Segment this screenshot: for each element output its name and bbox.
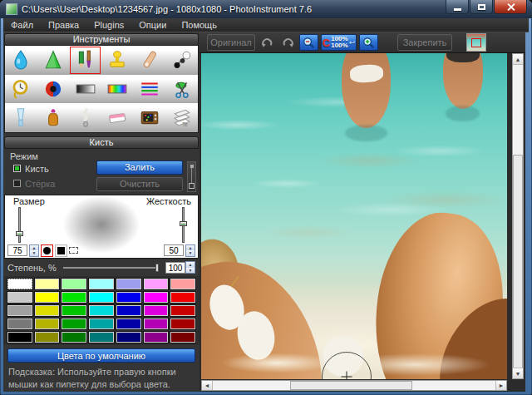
tool-color-lines-icon[interactable] (134, 75, 166, 104)
color-swatch-5[interactable] (144, 279, 169, 289)
vertical-scroll-thumb[interactable] (513, 155, 523, 368)
color-swatch-15[interactable] (35, 305, 60, 316)
brush-shape-circle[interactable] (41, 244, 53, 257)
color-swatch-6[interactable] (170, 279, 195, 289)
brush-shape-square[interactable] (55, 244, 67, 257)
tool-rainbow-gradient-icon[interactable] (101, 75, 134, 104)
close-button[interactable] (494, 0, 527, 14)
size-slider-thumb[interactable] (16, 231, 23, 236)
color-swatch-33[interactable] (144, 332, 169, 343)
maximize-button[interactable] (470, 0, 493, 14)
color-swatch-18[interactable] (116, 305, 141, 316)
scroll-left-icon[interactable]: ◄ (202, 381, 213, 390)
undo-button[interactable] (258, 34, 276, 51)
hardness-slider-thumb[interactable] (180, 221, 187, 226)
color-swatch-21[interactable] (7, 318, 32, 329)
pin-button[interactable]: Закрепить (397, 34, 452, 51)
tool-lamp-icon[interactable] (69, 103, 101, 132)
color-swatch-26[interactable] (144, 318, 169, 329)
hardness-value[interactable]: 50 (164, 244, 184, 256)
tool-bottle-icon[interactable] (37, 103, 70, 132)
color-swatch-13[interactable] (170, 292, 195, 303)
menu-item-3[interactable]: Опции (131, 18, 174, 32)
horizontal-scrollbar[interactable]: ◄ ► (201, 380, 507, 391)
tool-drop-icon[interactable] (5, 46, 37, 75)
tool-pencil-brush-icon[interactable] (69, 46, 101, 75)
color-swatch-16[interactable] (62, 305, 86, 316)
link-sliders-widget[interactable] (187, 161, 196, 192)
clear-button[interactable]: Очистить (96, 177, 183, 191)
vertical-scrollbar[interactable]: ▲ ▼ (512, 53, 524, 379)
tool-molecule-icon[interactable] (165, 46, 198, 75)
color-swatch-8[interactable] (35, 292, 60, 303)
spinner-down-icon[interactable]: ▼ (186, 250, 195, 256)
photo-canvas[interactable] (201, 53, 507, 379)
opacity-spinner[interactable]: ▲▼ (185, 261, 195, 274)
eraser-mode-option[interactable]: Стёрка (13, 179, 55, 189)
opacity-slider[interactable] (63, 267, 159, 269)
menu-item-1[interactable]: Правка (41, 18, 86, 32)
color-swatch-7[interactable] (7, 292, 32, 303)
tool-stamp-icon[interactable] (101, 46, 134, 75)
hardness-slider[interactable] (180, 207, 187, 244)
image-viewport[interactable] (201, 53, 507, 379)
opacity-value[interactable]: 100 (165, 262, 185, 274)
size-spinner[interactable]: ▲▼ (29, 244, 39, 257)
brush-mode-option[interactable]: Кисть (13, 164, 49, 174)
color-swatch-23[interactable] (62, 318, 86, 329)
menu-item-4[interactable]: Помощь (174, 18, 224, 32)
tool-tv-icon[interactable] (134, 103, 166, 132)
brush-shape-marquee[interactable] (69, 247, 78, 254)
scroll-down-icon[interactable]: ▼ (513, 368, 523, 378)
menu-item-0[interactable]: Файл (3, 18, 41, 32)
hardness-spinner[interactable]: ▲▼ (185, 244, 195, 257)
tool-tube-icon[interactable] (5, 103, 37, 132)
tool-finger-icon[interactable] (134, 46, 166, 75)
menu-item-2[interactable]: Plugins (86, 18, 131, 32)
tool-clock-icon[interactable] (5, 75, 37, 104)
minimize-button[interactable] (446, 0, 469, 14)
color-swatch-12[interactable] (144, 292, 169, 303)
redo-button[interactable] (278, 34, 297, 51)
color-swatch-22[interactable] (35, 318, 60, 329)
original-button[interactable]: Оригинал (207, 34, 255, 51)
color-swatch-10[interactable] (89, 292, 114, 303)
color-swatch-0[interactable] (7, 279, 32, 289)
tool-scissors-icon[interactable] (165, 75, 198, 104)
color-swatch-28[interactable] (7, 332, 32, 343)
tool-eye-icon[interactable] (37, 75, 70, 104)
color-swatch-2[interactable] (62, 279, 86, 289)
size-value[interactable]: 75 (7, 244, 27, 256)
fill-button[interactable]: Залить (96, 160, 183, 175)
spinner-down-icon[interactable]: ▼ (30, 250, 38, 256)
color-swatch-27[interactable] (170, 318, 195, 329)
tool-text-layers-icon[interactable]: Te (165, 103, 198, 132)
tool-cone-icon[interactable] (37, 46, 70, 75)
color-swatch-9[interactable] (62, 292, 86, 303)
color-swatch-20[interactable] (170, 305, 195, 316)
spinner-down-icon[interactable]: ▼ (186, 268, 195, 274)
color-swatch-4[interactable] (116, 279, 141, 289)
zoom-in-button[interactable] (359, 34, 378, 51)
size-slider[interactable] (16, 207, 23, 244)
color-swatch-29[interactable] (35, 332, 60, 343)
zoom-level-indicator[interactable]: C 100% 100% ↩ (321, 34, 357, 51)
horizontal-scroll-thumb[interactable] (290, 381, 411, 390)
color-swatch-25[interactable] (116, 318, 141, 329)
default-colors-button[interactable]: Цвета по умолчанию (7, 348, 195, 363)
color-swatch-1[interactable] (35, 279, 60, 289)
color-swatch-32[interactable] (116, 332, 141, 343)
tool-eraser-icon[interactable] (101, 103, 134, 132)
color-swatch-34[interactable] (170, 332, 195, 343)
tool-grayscale-gradient-icon[interactable] (69, 75, 101, 104)
color-swatch-19[interactable] (144, 305, 169, 316)
color-swatch-31[interactable] (89, 332, 114, 343)
color-swatch-3[interactable] (89, 279, 114, 289)
scroll-up-icon[interactable]: ▲ (513, 54, 523, 65)
color-swatch-17[interactable] (89, 305, 114, 316)
zoom-out-button[interactable] (299, 34, 318, 51)
color-swatch-14[interactable] (7, 305, 32, 316)
color-swatch-24[interactable] (89, 318, 114, 329)
color-swatch-30[interactable] (62, 332, 86, 343)
opacity-slider-thumb[interactable] (155, 264, 159, 272)
